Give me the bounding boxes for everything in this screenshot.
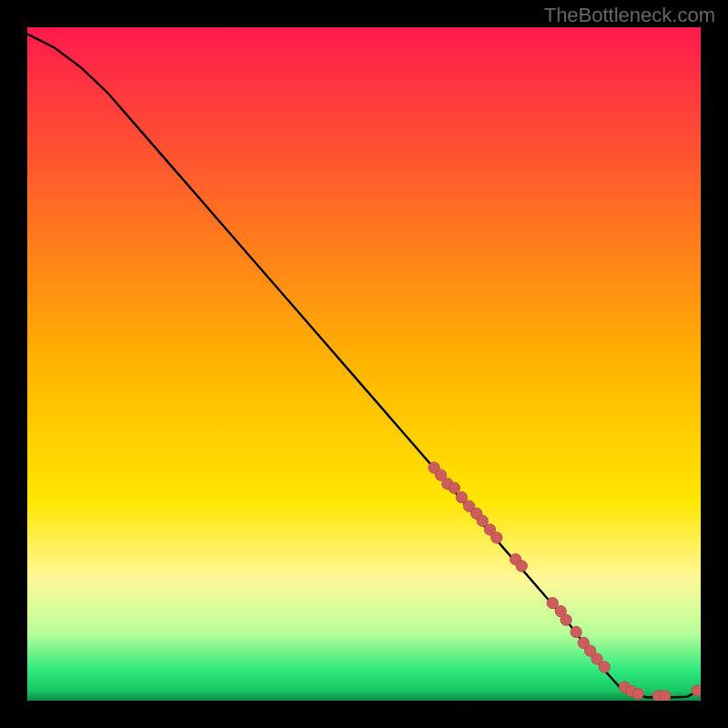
highlight-dot xyxy=(571,626,581,637)
highlight-dot xyxy=(449,482,460,493)
highlight-dot xyxy=(516,561,527,571)
watermark-text: TheBottleneck.com xyxy=(544,4,715,27)
highlight-dot xyxy=(599,662,610,672)
highlight-dot xyxy=(632,688,643,699)
plot-area xyxy=(27,27,701,701)
chart-stage: TheBottleneck.com xyxy=(0,0,728,728)
highlight-dot xyxy=(561,614,571,625)
highlight-dot xyxy=(692,685,701,696)
highlight-dot xyxy=(491,532,502,543)
highlight-dot xyxy=(660,691,671,701)
bottleneck-chart xyxy=(27,27,701,701)
